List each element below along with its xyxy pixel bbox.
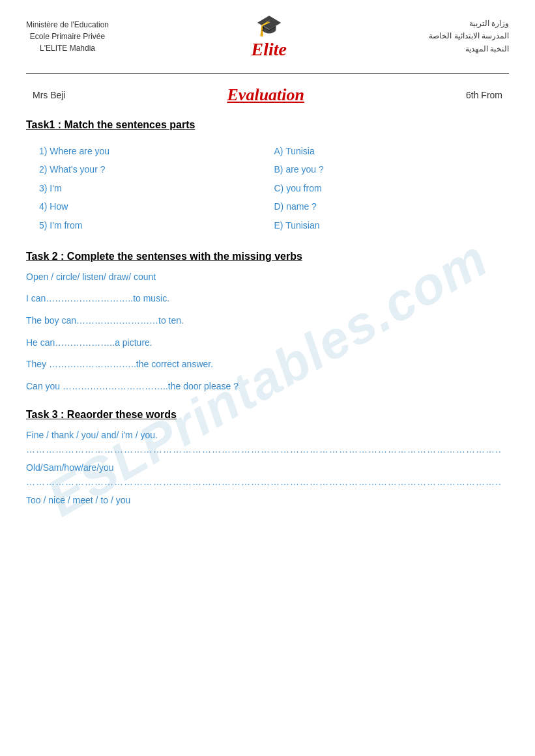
list-item: 1) Where are you xyxy=(39,144,274,158)
graduation-cap-icon: 🎓 xyxy=(251,13,286,38)
task2-sentence: I can………………………..to music. xyxy=(26,291,509,307)
list-item: B) are you ? xyxy=(274,162,510,176)
list-item: D) name ? xyxy=(274,199,510,214)
list-item: A) Tunisia xyxy=(274,144,510,158)
task3-section: Task 3 : Reaorder these words Fine / tha… xyxy=(26,409,509,505)
arabic-ministry: وزارة التربية xyxy=(469,19,509,28)
list-item: 4) How xyxy=(39,199,274,214)
task2-sentence: Can you ……………………………..the door please ? xyxy=(26,379,509,395)
page-header: Ministère de l'Education Ecole Primaire … xyxy=(26,13,509,66)
class-label: 6th From xyxy=(466,90,502,100)
task2-section: Task 2 : Complete the sentenses with the… xyxy=(26,251,509,395)
list-item: 2) What's your ? xyxy=(39,162,274,176)
arabic-branch: النخبة المهدية xyxy=(465,44,509,53)
teacher-name: Mrs Beji xyxy=(33,90,66,100)
task1-title: Task1 : Match the sentences parts xyxy=(26,119,509,131)
task2-title: Task 2 : Complete the sentenses with the… xyxy=(26,251,509,262)
teacher-class-bar: Mrs Beji Evaluation 6th From xyxy=(26,85,509,105)
task3-phrase: Too / nice / meet / to / you xyxy=(26,495,509,505)
ministry-name: Ministère de l'Education xyxy=(26,20,109,29)
list-item: 3) I'm xyxy=(39,181,274,195)
logo-area: 🎓 Elite xyxy=(251,13,286,60)
task3-phrase: Fine / thank / you/ and/ i'm / you. xyxy=(26,430,509,440)
match-columns: 1) Where are you 2) What's your ? 3) I'm… xyxy=(39,140,509,236)
task1-section: Task1 : Match the sentences parts 1) Whe… xyxy=(26,119,509,236)
school-info-left: Ministère de l'Education Ecole Primaire … xyxy=(26,19,109,54)
header-divider xyxy=(26,73,509,74)
match-left-column: 1) Where are you 2) What's your ? 3) I'm… xyxy=(39,140,274,236)
task2-sentence: He can………………..a picture. xyxy=(26,335,509,351)
list-item: 5) I'm from xyxy=(39,218,274,232)
task2-word-bank: Open / circle/ listen/ draw/ count xyxy=(26,272,509,282)
task3-title: Task 3 : Reaorder these words xyxy=(26,409,509,421)
logo-text: Elite xyxy=(251,39,286,60)
task3-phrase: Old/Sam/how/are/you xyxy=(26,462,509,473)
list-item: C) you from xyxy=(274,181,510,195)
task2-sentence: The boy can………………………to ten. xyxy=(26,313,509,329)
arabic-school: المدرسة الابتدائية الخاصة xyxy=(429,31,509,40)
school-info-right: وزارة التربية المدرسة الابتدائية الخاصة … xyxy=(429,18,509,55)
page-title: Evaluation xyxy=(227,85,304,105)
task3-answer-line: …………………………………………………………………………………………………………… xyxy=(26,444,509,455)
task3-answer-line: …………………………………………………………………………………………………………… xyxy=(26,477,509,487)
list-item: E) Tunisian xyxy=(274,218,510,232)
school-location: L'ELITE Mahdia xyxy=(40,44,95,53)
task2-sentence: They ………………………..the correct answer. xyxy=(26,357,509,372)
match-right-column: A) Tunisia B) are you ? C) you from D) n… xyxy=(274,140,510,236)
school-name: Ecole Primaire Privée xyxy=(30,32,105,41)
